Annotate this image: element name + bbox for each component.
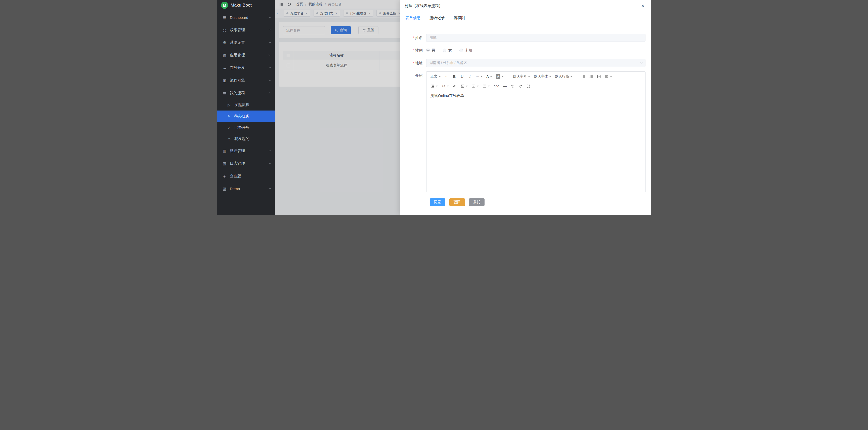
more-style-select[interactable]: ⋯ [474,73,484,80]
demo-icon: ▨ [222,186,227,191]
sidebar-item-logs[interactable]: ▧ 日志管理 [217,157,275,170]
gender-radio-group: 男 女 未知 [426,46,646,54]
app-screen: M Maku Boot ▦ Dashboard ◎ 权限管理 ⚙ 系统设置 ▩ … [217,0,651,215]
sidebar-item-my-flows[interactable]: ▤ 我的流程 [217,87,275,99]
logo[interactable]: M Maku Boot [217,0,275,10]
video-select[interactable] [470,83,480,90]
italic-icon[interactable]: I [466,73,473,80]
editor-content[interactable]: 测试Online在线表单 [427,91,645,192]
tab-flow-diagram[interactable]: 流程图 [453,16,465,24]
sidebar-item-online-dev[interactable]: ☁ 在线开发 [217,61,275,74]
caret-icon [610,76,612,78]
editor-toolbar-row-2: ☺ [427,81,645,91]
dashboard-icon: ▦ [222,15,227,20]
caret-icon [480,76,483,78]
close-icon[interactable]: ✕ [641,3,645,8]
flow-engine-icon: ▣ [222,78,227,83]
sidebar-menu: ▦ Dashboard ◎ 权限管理 ⚙ 系统设置 ▩ 应用管理 ☁ 在 [217,11,275,195]
table-select[interactable] [481,83,491,90]
redo-icon[interactable] [517,83,524,90]
form-row-gender: 性别 男 女 未知 [400,46,646,54]
logo-text: Maku Boot [230,3,252,8]
sidebar-item-flow-engine[interactable]: ▣ 流程引擎 [217,74,275,87]
chevron-down-icon [269,28,271,30]
drawer-tabs: 表单信息 流转记录 流程图 [400,11,651,24]
font-color-select[interactable]: A [485,73,494,80]
todo-task-icon: ✎ [226,114,231,118]
sidebar-item-tenant[interactable]: ▥ 租户管理 [217,144,275,157]
sidebar-item-demo[interactable]: ▨ Demo [217,182,275,195]
divider-icon[interactable]: — [501,83,508,90]
permission-icon: ◎ [222,28,227,32]
radio-unknown[interactable]: 未知 [459,48,472,53]
settings-icon: ⚙ [222,40,227,45]
indent-select[interactable] [429,83,439,90]
drawer-actions: 同意 驳回 委托 [430,198,646,206]
sidebar-item-permissions[interactable]: ◎ 权限管理 [217,24,275,36]
line-height-select[interactable]: 默认行高 [553,73,574,80]
editor-toolbar-row-1: 正文 “ B U I ⋯ A [427,72,645,81]
rich-text-editor: 正文 “ B U I ⋯ A [426,71,646,192]
name-label: 姓名 [400,34,426,42]
caret-icon [439,76,441,78]
sidebar-item-app-management[interactable]: ▩ 应用管理 [217,49,275,61]
caret-icon [436,86,438,88]
form-row-name: 姓名 [400,34,646,42]
svg-text:3: 3 [589,77,590,78]
radio-icon [426,49,430,52]
quote-icon[interactable]: “ [443,73,450,80]
font-size-select[interactable]: 默认字号 [511,73,532,80]
gender-label: 性别 [400,46,426,54]
tab-flow-records[interactable]: 流转记录 [429,16,445,24]
bg-color-select[interactable]: A [494,73,505,80]
caret-icon [488,86,490,88]
agree-button[interactable]: 同意 [430,198,445,206]
log-icon: ▧ [222,161,227,166]
radio-female[interactable]: 女 [443,48,452,53]
fullscreen-icon[interactable] [525,83,532,90]
tab-form-info[interactable]: 表单信息 [405,16,421,24]
bold-icon[interactable]: B [451,73,458,80]
form-row-intro: 介绍 正文 “ B U I ⋯ [400,71,646,192]
sidebar-item-dashboard[interactable]: ▦ Dashboard [217,11,275,24]
chevron-down-icon [269,149,271,151]
bullet-list-icon[interactable] [580,73,587,80]
ordered-list-icon[interactable]: 123 [588,73,595,80]
todo-list-icon[interactable] [595,73,602,80]
initiate-flow-icon: ▷ [226,103,231,107]
done-task-icon: ✓ [226,125,231,130]
font-family-select[interactable]: 默认字体 [532,73,553,80]
paragraph-style-select[interactable]: 正文 [429,73,442,80]
caret-icon [466,86,468,88]
tenant-icon: ▥ [222,148,227,153]
chevron-up-icon [269,92,271,94]
form-row-address: 地址 湖南省 / 长沙市 / 岳麓区 [400,59,646,67]
radio-male[interactable]: 男 [426,48,435,53]
online-dev-icon: ☁ [222,65,227,70]
logo-icon: M [221,2,228,9]
delegate-button[interactable]: 委托 [469,198,485,206]
address-label: 地址 [400,59,426,67]
my-flow-icon: ▤ [222,91,227,95]
code-icon[interactable]: </> [492,83,501,90]
name-field[interactable] [426,34,646,42]
drawer-header: 处理【在线表单流程】 ✕ [400,0,651,11]
sidebar-item-todo-tasks[interactable]: ✎ 待办任务 [217,111,275,122]
radio-icon [459,49,463,52]
image-select[interactable] [459,83,469,90]
reject-button[interactable]: 驳回 [450,198,465,206]
underline-icon[interactable]: U [459,73,466,80]
sidebar-item-enterprise[interactable]: ◈ 企业版 [217,170,275,182]
drawer-title: 处理【在线表单流程】 [405,3,442,8]
sidebar-item-system-settings[interactable]: ⚙ 系统设置 [217,36,275,49]
undo-icon[interactable] [509,83,516,90]
link-icon[interactable] [451,83,458,90]
sidebar-item-done-tasks[interactable]: ✓ 已办任务 [217,122,275,133]
chevron-down-icon [269,187,271,189]
sidebar-item-my-initiated[interactable]: ◇ 我发起的 [217,133,275,144]
sidebar-item-initiate-flow[interactable]: ▷ 发起流程 [217,99,275,111]
align-select[interactable] [603,73,614,80]
address-select[interactable]: 湖南省 / 长沙市 / 岳麓区 [426,59,646,67]
emoji-select[interactable]: ☺ [440,83,451,90]
chevron-down-icon [269,161,271,164]
